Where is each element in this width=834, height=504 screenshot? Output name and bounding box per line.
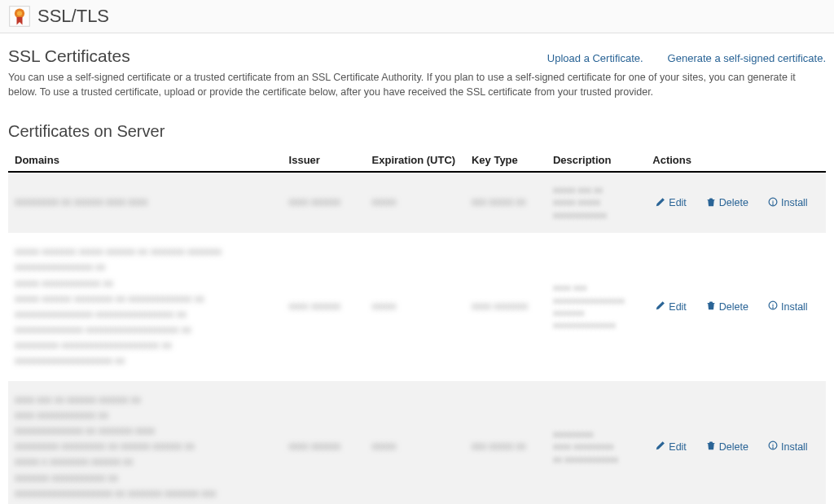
cell-expiration: xxxxx: [366, 381, 465, 504]
redacted-keytype: xxx xxxxx xx: [472, 439, 540, 454]
cell-key-type: xxx xxxxx xx: [465, 172, 546, 233]
th-domains: Domains: [8, 149, 283, 172]
redacted-issuer: xxxx xxxxxx: [289, 439, 359, 454]
th-expiration: Expiration (UTC): [366, 149, 465, 172]
install-button[interactable]: Install: [765, 439, 811, 454]
subsection-title-certificates-on-server: Certificates on Server: [8, 122, 826, 141]
redacted-expiration: xxxxx: [372, 195, 459, 210]
cell-issuer: xxxx xxxxxx: [283, 172, 366, 233]
table-row: xxxxxxxxx xx xxxxxx xxxx xxxxxxxx xxxxxx…: [8, 172, 826, 233]
install-icon: [768, 440, 778, 453]
redacted-description: xxxxx xxx xx xxxxx xxxxx xxxxxxxxxxxx: [553, 184, 639, 221]
install-icon: [768, 300, 778, 313]
cell-description: xxxxxxxxx xxxx xxxxxxxxx xx xxxxxxxxxxxx: [546, 381, 646, 504]
edit-icon: [656, 197, 665, 209]
redacted-expiration: xxxxx: [372, 439, 459, 454]
edit-button-label: Edit: [669, 441, 687, 453]
cell-description: xxxx xxx xxxxxxxxxxxxxxxx xxxxxxx xxxxxx…: [546, 233, 646, 381]
edit-button-label: Edit: [669, 301, 687, 313]
edit-button[interactable]: Edit: [652, 439, 690, 454]
cell-issuer: xxxx xxxxxx: [283, 233, 366, 381]
cell-domains: xxxxx xxxxxxx xxxxx xxxxxx xx xxxxxxx xx…: [8, 233, 283, 381]
th-actions: Actions: [646, 149, 826, 172]
install-icon: [768, 197, 778, 209]
section-title-ssl-certificates: SSL Certificates: [8, 46, 130, 66]
edit-button[interactable]: Edit: [652, 195, 690, 211]
redacted-domains: xxxx xxx xx xxxxxx xxxxxx xx xxxx xxxxxx…: [15, 392, 276, 502]
delete-button-label: Delete: [719, 301, 748, 313]
certificates-table: Domains Issuer Expiration (UTC) Key Type…: [8, 149, 826, 504]
cell-actions: EditDeleteInstall: [646, 233, 826, 381]
install-button[interactable]: Install: [765, 195, 811, 211]
edit-icon: [656, 300, 665, 313]
th-description: Description: [546, 149, 646, 172]
th-issuer: Issuer: [283, 149, 366, 172]
cell-key-type: xxxx xxxxxxx: [465, 233, 546, 381]
delete-icon: [706, 440, 716, 453]
cell-actions: EditDeleteInstall: [646, 381, 826, 504]
generate-self-signed-link[interactable]: Generate a self-signed certificate.: [668, 52, 826, 64]
redacted-description: xxxx xxx xxxxxxxxxxxxxxxx xxxxxxx xxxxxx…: [553, 282, 639, 332]
redacted-issuer: xxxx xxxxxx: [289, 195, 359, 210]
edit-button-label: Edit: [669, 197, 687, 208]
cell-key-type: xxx xxxxx xx: [465, 381, 546, 504]
redacted-keytype: xxx xxxxx xx: [472, 195, 540, 210]
th-key-type: Key Type: [465, 149, 546, 172]
cell-expiration: xxxxx: [366, 233, 465, 381]
section-intro-text: You can use a self-signed certificate or…: [8, 71, 826, 99]
redacted-issuer: xxxx xxxxxx: [289, 299, 359, 314]
redacted-expiration: xxxxx: [372, 299, 459, 314]
redacted-description: xxxxxxxxx xxxx xxxxxxxxx xx xxxxxxxxxxxx: [553, 428, 639, 466]
ssl-badge-icon: [8, 5, 31, 28]
cell-domains: xxxx xxx xx xxxxxx xxxxxx xx xxxx xxxxxx…: [8, 381, 283, 504]
cell-issuer: xxxx xxxxxx: [283, 381, 366, 504]
edit-button[interactable]: Edit: [652, 299, 690, 314]
cell-actions: EditDeleteInstall: [646, 172, 826, 233]
delete-button-label: Delete: [719, 197, 748, 208]
install-button-label: Install: [781, 197, 808, 208]
table-row: xxxxx xxxxxxx xxxxx xxxxxx xx xxxxxxx xx…: [8, 233, 826, 381]
install-button-label: Install: [781, 441, 808, 453]
install-button-label: Install: [781, 301, 808, 313]
page-title: SSL/TLS: [37, 6, 109, 27]
cell-description: xxxxx xxx xx xxxxx xxxxx xxxxxxxxxxxx: [546, 172, 646, 233]
upload-certificate-link[interactable]: Upload a Certificate.: [547, 52, 643, 64]
table-row: xxxx xxx xx xxxxxx xxxxxx xx xxxx xxxxxx…: [8, 381, 826, 504]
delete-button[interactable]: Delete: [703, 195, 752, 211]
svg-point-2: [17, 11, 22, 15]
install-button[interactable]: Install: [765, 299, 811, 314]
delete-button[interactable]: Delete: [703, 299, 752, 314]
redacted-domains: xxxxx xxxxxxx xxxxx xxxxxx xx xxxxxxx xx…: [15, 244, 276, 370]
delete-icon: [706, 197, 716, 209]
cell-expiration: xxxxx: [366, 172, 465, 233]
delete-icon: [706, 300, 716, 313]
cell-domains: xxxxxxxxx xx xxxxxx xxxx xxxx: [8, 172, 283, 233]
edit-icon: [656, 440, 665, 453]
delete-button[interactable]: Delete: [703, 439, 752, 454]
delete-button-label: Delete: [719, 441, 748, 453]
redacted-keytype: xxxx xxxxxxx: [472, 299, 540, 314]
top-action-links: Upload a Certificate. Generate a self-si…: [547, 52, 826, 64]
page-header: SSL/TLS: [0, 0, 834, 33]
redacted-domains: xxxxxxxxx xx xxxxxx xxxx xxxx: [15, 195, 276, 210]
